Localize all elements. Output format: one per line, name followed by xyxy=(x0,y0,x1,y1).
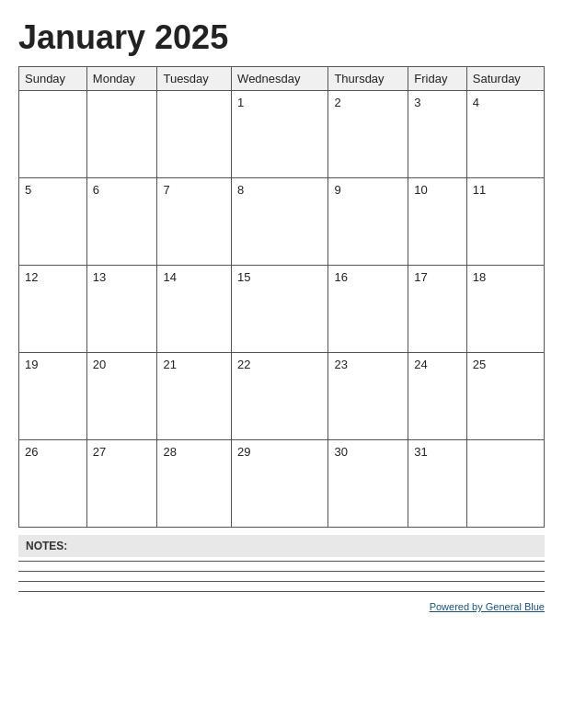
day-number: 15 xyxy=(237,270,322,284)
calendar-header-friday: Friday xyxy=(408,67,467,91)
calendar-day-cell: 14 xyxy=(157,266,232,353)
calendar-day-cell: 4 xyxy=(466,91,544,178)
day-number: 6 xyxy=(93,183,152,197)
calendar-week-row: 262728293031 xyxy=(19,440,545,528)
day-number: 22 xyxy=(237,358,322,371)
calendar-header-sunday: Sunday xyxy=(19,67,87,91)
calendar-day-cell: 24 xyxy=(408,353,467,440)
calendar-day-cell: 6 xyxy=(86,178,157,266)
calendar-day-cell: 1 xyxy=(232,91,328,178)
calendar-day-cell xyxy=(86,91,157,178)
calendar-day-cell: 5 xyxy=(19,178,87,266)
day-number: 11 xyxy=(473,183,538,197)
day-number: 29 xyxy=(237,445,322,459)
day-number: 5 xyxy=(25,183,81,197)
day-number: 13 xyxy=(93,270,152,284)
day-number: 17 xyxy=(414,270,461,284)
calendar-day-cell: 31 xyxy=(408,440,467,528)
day-number: 12 xyxy=(25,270,81,284)
day-number: 20 xyxy=(93,358,152,371)
calendar-day-cell xyxy=(466,440,544,528)
calendar-day-cell: 30 xyxy=(328,440,408,528)
day-number: 7 xyxy=(163,183,225,197)
notes-line-4 xyxy=(18,591,545,592)
calendar-day-cell: 22 xyxy=(232,353,328,440)
day-number: 8 xyxy=(237,183,322,197)
calendar-day-cell: 21 xyxy=(157,353,232,440)
day-number: 3 xyxy=(414,96,461,109)
calendar-day-cell: 19 xyxy=(19,353,87,440)
notes-section: NOTES: xyxy=(18,535,545,592)
calendar-week-row: 1234 xyxy=(19,91,545,178)
powered-by[interactable]: Powered by General Blue xyxy=(18,601,545,612)
day-number: 9 xyxy=(334,183,402,197)
day-number: 24 xyxy=(414,358,461,371)
notes-line-1 xyxy=(18,561,545,562)
calendar-day-cell: 16 xyxy=(328,266,408,353)
calendar-header-wednesday: Wednesday xyxy=(232,67,328,91)
calendar-day-cell: 15 xyxy=(232,266,328,353)
day-number: 23 xyxy=(334,358,402,371)
calendar-header-thursday: Thursday xyxy=(328,67,408,91)
calendar-day-cell: 20 xyxy=(86,353,157,440)
calendar-day-cell: 2 xyxy=(328,91,408,178)
calendar-table: SundayMondayTuesdayWednesdayThursdayFrid… xyxy=(18,66,545,528)
day-number: 25 xyxy=(473,358,538,371)
calendar-day-cell: 10 xyxy=(408,178,467,266)
calendar-day-cell: 11 xyxy=(466,178,544,266)
powered-by-link[interactable]: Powered by General Blue xyxy=(430,601,545,612)
calendar-day-cell: 28 xyxy=(157,440,232,528)
day-number: 26 xyxy=(25,445,81,459)
calendar-day-cell: 17 xyxy=(408,266,467,353)
calendar-day-cell: 25 xyxy=(466,353,544,440)
day-number: 19 xyxy=(25,358,81,371)
calendar-day-cell: 26 xyxy=(19,440,87,528)
day-number: 16 xyxy=(334,270,402,284)
day-number: 1 xyxy=(237,96,322,109)
day-number: 28 xyxy=(163,445,225,459)
notes-label: NOTES: xyxy=(18,535,545,557)
day-number: 27 xyxy=(93,445,152,459)
calendar-header-saturday: Saturday xyxy=(466,67,544,91)
calendar-day-cell xyxy=(19,91,87,178)
day-number: 4 xyxy=(473,96,538,109)
day-number: 30 xyxy=(334,445,402,459)
notes-line-2 xyxy=(18,571,545,572)
day-number: 31 xyxy=(414,445,461,459)
day-number: 14 xyxy=(163,270,225,284)
calendar-day-cell: 13 xyxy=(86,266,157,353)
calendar-header-monday: Monday xyxy=(86,67,157,91)
page-title: January 2025 xyxy=(18,18,545,57)
calendar-header-tuesday: Tuesday xyxy=(157,67,232,91)
calendar-day-cell: 8 xyxy=(232,178,328,266)
day-number: 2 xyxy=(334,96,402,109)
calendar-day-cell: 3 xyxy=(408,91,467,178)
calendar-day-cell: 27 xyxy=(86,440,157,528)
day-number: 10 xyxy=(414,183,461,197)
calendar-week-row: 12131415161718 xyxy=(19,266,545,353)
calendar-day-cell: 29 xyxy=(232,440,328,528)
calendar-day-cell: 12 xyxy=(19,266,87,353)
calendar-day-cell xyxy=(157,91,232,178)
calendar-day-cell: 9 xyxy=(328,178,408,266)
calendar-day-cell: 7 xyxy=(157,178,232,266)
day-number: 18 xyxy=(473,270,538,284)
calendar-header-row: SundayMondayTuesdayWednesdayThursdayFrid… xyxy=(19,67,545,91)
notes-line-3 xyxy=(18,581,545,582)
day-number: 21 xyxy=(163,358,225,371)
calendar-week-row: 567891011 xyxy=(19,178,545,266)
calendar-week-row: 19202122232425 xyxy=(19,353,545,440)
calendar-day-cell: 18 xyxy=(466,266,544,353)
calendar-day-cell: 23 xyxy=(328,353,408,440)
